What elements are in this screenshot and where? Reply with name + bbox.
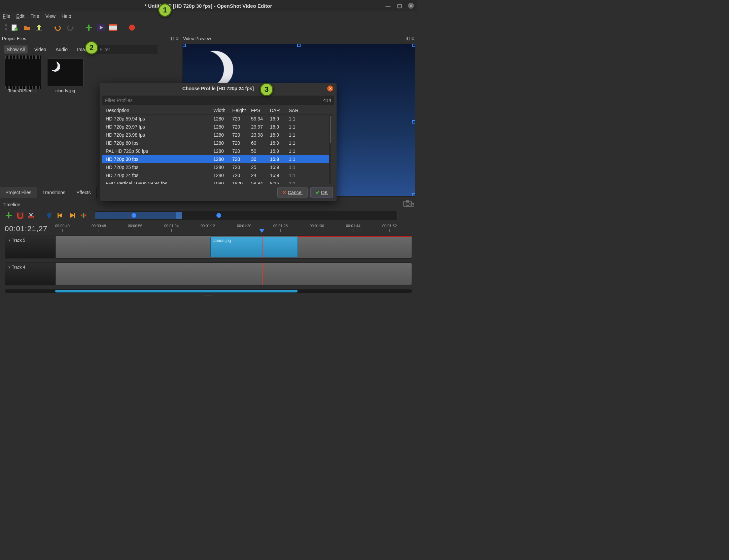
profile-row[interactable]: HD 720p 23.98 fps128072023.9816:91:1: [102, 131, 331, 139]
btab-project-files[interactable]: Project Files: [0, 187, 37, 198]
close-icon[interactable]: ✕: [408, 3, 414, 9]
menubar: File Edit Title View Help: [0, 11, 417, 21]
cancel-x-icon: ✕: [282, 190, 286, 195]
svg-rect-3: [36, 30, 42, 31]
profile-row[interactable]: HD 720p 25 fps12807202516:91:1: [102, 163, 331, 171]
svg-point-17: [28, 216, 30, 218]
track-name: Track 4: [12, 265, 25, 270]
file-thumbnail: [5, 59, 41, 86]
maximize-icon[interactable]: ▢: [396, 3, 403, 9]
tab-audio[interactable]: Audio: [53, 45, 70, 54]
timeline-ruler[interactable]: 00:01:21,27 00:00:4000:00:4800:00:5600:0…: [0, 222, 417, 236]
resize-handle-icon[interactable]: [182, 44, 186, 47]
svg-rect-5: [86, 27, 92, 28]
tab-video[interactable]: Video: [32, 45, 49, 54]
profile-row[interactable]: HD 720p 60 fps12807206016:91:1: [102, 139, 331, 147]
btab-effects[interactable]: Effects: [71, 187, 97, 198]
svg-text:+: +: [15, 28, 17, 31]
scrollbar-thumb[interactable]: [55, 290, 298, 292]
export-icon[interactable]: [128, 24, 136, 32]
titlebar: * Untitled P [HD 720p 30 fps] - OpenShot…: [0, 0, 417, 11]
timeline-scrollbar[interactable]: [5, 289, 412, 293]
clip[interactable]: clouds.jpg: [210, 237, 298, 257]
profile-scrollbar[interactable]: [329, 115, 331, 184]
track[interactable]: ▾Track 4: [5, 262, 412, 285]
profile-row[interactable]: FHD Vertical 1080p 59.94 fps1080192059.9…: [102, 179, 331, 184]
file-item[interactable]: TearsOfSteel…: [5, 59, 41, 93]
pane-detach-icon[interactable]: ◧: [406, 36, 410, 41]
btab-transitions[interactable]: Transitions: [37, 187, 71, 198]
profile-row[interactable]: HD 720p 30 fps12807203016:91:1: [102, 155, 331, 163]
svg-point-12: [406, 202, 409, 206]
timeline-overview[interactable]: [95, 211, 398, 220]
prev-marker-icon[interactable]: [57, 211, 65, 219]
overview-handle[interactable]: [216, 213, 221, 218]
ruler-tick: 00:01:36: [310, 224, 324, 228]
playhead-line: [262, 263, 263, 285]
ok-check-icon: ✔: [316, 190, 320, 195]
resize-handle-icon[interactable]: [412, 120, 415, 124]
svg-rect-8: [109, 24, 117, 26]
ok-button[interactable]: ✔OK: [310, 187, 333, 198]
open-project-icon[interactable]: [23, 24, 31, 32]
tab-show-all[interactable]: Show All: [4, 45, 28, 54]
profile-filter-input[interactable]: [102, 96, 320, 105]
filter-input[interactable]: [97, 45, 158, 54]
add-marker-icon[interactable]: +: [45, 211, 53, 219]
minimize-icon[interactable]: —: [385, 3, 391, 9]
redo-icon[interactable]: [66, 24, 74, 32]
undo-icon[interactable]: [54, 24, 62, 32]
menu-edit[interactable]: Edit: [16, 13, 25, 19]
col-width[interactable]: Width: [213, 108, 232, 113]
track-collapse-icon[interactable]: ▾: [8, 238, 10, 243]
col-description[interactable]: Description: [106, 108, 213, 113]
svg-point-10: [129, 25, 135, 31]
svg-rect-15: [6, 215, 12, 216]
menu-title[interactable]: Title: [31, 13, 39, 19]
cancel-button[interactable]: ✕Cancel: [277, 187, 308, 198]
center-playhead-icon[interactable]: [79, 211, 88, 219]
menu-file[interactable]: File: [3, 13, 10, 19]
add-track-icon[interactable]: [5, 211, 13, 219]
profile-header-row: Description Width Height FPS DAR SAR: [102, 106, 334, 115]
profile-row[interactable]: PAL HD 720p 50 fps12807205016:91:1: [102, 147, 331, 155]
ruler-tick: 00:01:28: [273, 224, 288, 228]
next-marker-icon[interactable]: [68, 211, 76, 219]
pane-detach-icon[interactable]: ◧: [170, 36, 174, 41]
snap-icon[interactable]: [16, 211, 24, 219]
scrollbar-thumb[interactable]: [330, 116, 331, 143]
svg-rect-20: [58, 213, 59, 218]
overview-handle[interactable]: [132, 213, 136, 218]
fullscreen-icon[interactable]: [109, 24, 117, 32]
new-project-icon[interactable]: +: [11, 24, 19, 32]
track[interactable]: ▾Track 5 clouds.jpg: [5, 236, 412, 258]
save-project-icon[interactable]: [35, 24, 43, 32]
file-item[interactable]: clouds.jpg: [47, 59, 83, 93]
playhead-icon[interactable]: [259, 229, 265, 233]
resize-handle-icon[interactable]: [297, 44, 301, 47]
time-display: 00:01:21,27: [5, 224, 55, 233]
razor-icon[interactable]: [28, 211, 36, 219]
choose-profile-icon[interactable]: [97, 24, 105, 32]
pane-close-icon[interactable]: ⊠: [411, 36, 415, 41]
col-sar[interactable]: SAR: [289, 108, 302, 113]
col-dar[interactable]: DAR: [270, 108, 289, 113]
col-height[interactable]: Height: [232, 108, 251, 113]
pane-close-icon[interactable]: ⊠: [175, 36, 179, 41]
resize-handle-icon[interactable]: [412, 44, 415, 47]
menu-help[interactable]: Help: [62, 13, 71, 19]
dialog-close-icon[interactable]: ✕: [327, 85, 333, 92]
track-collapse-icon[interactable]: ▾: [8, 265, 10, 270]
annotation-badge-3: 3: [260, 83, 273, 96]
profile-row[interactable]: HD 720p 24 fps12807202416:91:1: [102, 171, 331, 179]
profile-list[interactable]: HD 720p 59.94 fps128072059.9416:91:1HD 7…: [102, 115, 331, 184]
splitter-horizontal[interactable]: ••••••: [0, 293, 417, 296]
profile-row[interactable]: HD 720p 59.94 fps128072059.9416:91:1: [102, 115, 331, 123]
resize-handle-icon[interactable]: [412, 193, 415, 197]
profile-row[interactable]: HD 720p 29.97 fps128072029.9716:91:1: [102, 123, 331, 131]
menu-view[interactable]: View: [45, 13, 56, 19]
import-files-icon[interactable]: [85, 24, 93, 32]
col-fps[interactable]: FPS: [251, 108, 270, 113]
snapshot-icon[interactable]: [403, 200, 412, 209]
toolbar-grip[interactable]: [5, 24, 7, 31]
